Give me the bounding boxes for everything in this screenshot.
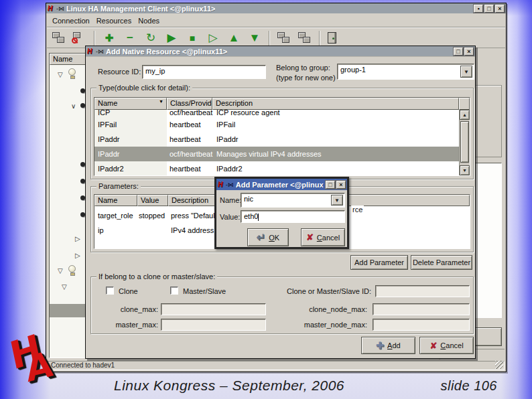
tree-node-icon[interactable]: [80, 212, 85, 217]
x-icon: ✘: [429, 341, 437, 351]
slide-number: slide 106: [440, 378, 497, 394]
clone-checkbox[interactable]: [106, 287, 114, 295]
resource-bulb-icon[interactable]: [68, 265, 76, 272]
close-button[interactable]: ×: [495, 5, 505, 13]
type-row[interactable]: ICPocf/heartbeatICP resource agent: [94, 110, 459, 117]
type-row[interactable]: IPaddrheartbeatIPaddr: [94, 132, 459, 147]
master-slave-checkbox[interactable]: [170, 287, 178, 295]
type-col-desc[interactable]: Description: [212, 98, 459, 110]
master-node-max-label: master_node_max:: [293, 321, 367, 329]
tree-node-icon[interactable]: [80, 179, 85, 183]
param-col-name[interactable]: Name: [94, 195, 137, 206]
standby-node-icon[interactable]: [277, 32, 291, 44]
maximize-button[interactable]: □: [454, 48, 463, 56]
scrollbar-thumb[interactable]: [460, 121, 469, 163]
exit-icon[interactable]: [328, 32, 336, 44]
main-titlebar[interactable]: H -⋈ Linux HA Management Client <@plinux…: [46, 3, 506, 13]
close-button[interactable]: ×: [336, 181, 346, 189]
chevron-down-icon[interactable]: ▼: [331, 195, 343, 206]
scroll-down-icon[interactable]: ▼: [460, 165, 470, 175]
maximize-button[interactable]: □: [326, 181, 335, 189]
type-groupbox-label: Type(double click for detail):: [96, 84, 192, 92]
minimize-button[interactable]: ▪: [474, 5, 483, 13]
param-value-input[interactable]: eth0: [241, 210, 345, 223]
ha-logo-icon: H: [48, 5, 54, 13]
type-row[interactable]: IPFailheartbeatIPFail: [94, 117, 459, 132]
param-name-combobox[interactable]: nic ▼: [241, 193, 345, 208]
move-down-icon[interactable]: ▼: [248, 31, 261, 45]
clone-groupbox-label: If belong to a clone or master/slave:: [96, 272, 217, 281]
tree-collapse-icon[interactable]: ▷: [75, 236, 80, 242]
delete-parameter-button[interactable]: Delete Parameter: [411, 255, 472, 270]
scroll-up-icon[interactable]: ▲: [460, 110, 470, 120]
chevron-down-icon[interactable]: ▼: [460, 66, 472, 78]
pin-icon[interactable]: -⋈: [96, 48, 104, 55]
tree-expand-icon[interactable]: ▽: [58, 72, 63, 78]
group-combobox[interactable]: group-1 ▼: [337, 64, 474, 80]
cancel-button[interactable]: ✘ Cancel: [301, 228, 345, 246]
move-up-icon[interactable]: ▲: [227, 31, 241, 45]
sort-down-icon: ▼: [159, 99, 163, 104]
resource-bulb-icon[interactable]: [68, 68, 76, 76]
close-button[interactable]: ×: [464, 48, 474, 56]
master-node-max-input[interactable]: [373, 319, 470, 331]
tree-node-icon[interactable]: [80, 88, 85, 93]
pin-icon[interactable]: -⋈: [226, 181, 234, 188]
clone-id-input[interactable]: [375, 285, 470, 297]
tree-collapse-icon[interactable]: ▷: [75, 252, 80, 259]
param-dialog-body: Name: nic ▼ Value: eth0 ↵ OK ✘ Cancel: [216, 190, 347, 247]
cancel-button[interactable]: ✘ Cancel: [419, 337, 474, 354]
param-col-value[interactable]: Value: [137, 195, 168, 206]
tree-expand-icon[interactable]: ∨: [71, 103, 76, 110]
footer-title: Linux Kongress – September, 2006: [114, 378, 344, 394]
tree-node-icon[interactable]: [80, 162, 85, 167]
remove-resource-icon[interactable]: −: [123, 31, 137, 45]
native-dialog-title: Add Native Resource <@plinux11>: [106, 48, 227, 56]
clone-max-input[interactable]: [161, 303, 266, 315]
menu-connection[interactable]: Connection: [52, 17, 90, 25]
logout-icon[interactable]: [73, 32, 86, 44]
ok-button[interactable]: ↵ OK: [247, 228, 289, 246]
toolbar-separator: [319, 31, 320, 46]
master-slave-checkbox-label[interactable]: Master/Slave: [183, 287, 226, 295]
maximize-button[interactable]: □: [484, 5, 494, 13]
ha-logo-icon: H: [218, 181, 224, 189]
type-col-class[interactable]: Class/Provider: [167, 98, 212, 110]
menu-nodes[interactable]: Nodes: [138, 17, 159, 25]
resize-grip[interactable]: [495, 361, 503, 369]
stop-resource-icon[interactable]: ■: [186, 31, 199, 45]
slide: H -⋈ Linux HA Management Client <@plinux…: [0, 0, 532, 399]
type-row[interactable]: IPaddr2heartbeatIPaddr2: [94, 161, 459, 175]
type-col-name[interactable]: Name▼: [94, 98, 167, 110]
tree-expand-icon[interactable]: ▽: [58, 268, 63, 274]
active-node-icon[interactable]: [298, 32, 312, 44]
tree-node-icon[interactable]: [80, 195, 85, 200]
main-window-title: Linux HA Management Client <@plinux11>: [66, 5, 215, 13]
clone-groupbox: If belong to a clone or master/slave: Cl…: [90, 276, 474, 334]
native-dialog-titlebar[interactable]: H -⋈ Add Native Resource <@plinux11> □ ×: [86, 46, 475, 56]
master-max-input[interactable]: [161, 319, 266, 331]
refresh-icon[interactable]: ↻: [144, 31, 157, 45]
add-resource-icon[interactable]: ✚: [103, 31, 116, 45]
clone-max-label: clone_max:: [105, 305, 158, 313]
pin-icon[interactable]: -⋈: [56, 5, 64, 12]
clone-node-max-input[interactable]: [373, 303, 470, 315]
x-icon: ✘: [306, 232, 314, 242]
type-groupbox: Type(double click for detail): Name▼ Cla…: [90, 88, 474, 179]
type-row-selected[interactable]: IPaddrocf/heartbeatManages virtual IPv4 …: [94, 147, 459, 161]
menu-resources[interactable]: Resources: [96, 17, 132, 25]
clone-checkbox-label[interactable]: Clone: [119, 287, 138, 295]
tree-expand-icon[interactable]: ▽: [62, 284, 67, 291]
param-dialog-title: Add Parameter <@plinux11>: [236, 181, 324, 189]
add-parameter-button[interactable]: Add Parameter: [350, 255, 408, 270]
param-dialog-titlebar[interactable]: H -⋈ Add Parameter <@plinux11> □ ×: [216, 179, 347, 190]
type-table-scrollbar[interactable]: ▲ ▼: [459, 110, 470, 175]
ha-logo: H A: [3, 326, 68, 399]
tree-node-icon[interactable]: [80, 103, 85, 108]
resource-id-input[interactable]: my_ip: [142, 65, 266, 79]
login-icon[interactable]: [52, 32, 66, 44]
start-resource-icon[interactable]: ▶: [165, 31, 178, 45]
menubar: Connection Resources Nodes: [47, 14, 505, 27]
default-resource-icon[interactable]: ▷: [206, 31, 220, 45]
add-button[interactable]: ✚ Add: [361, 337, 415, 354]
